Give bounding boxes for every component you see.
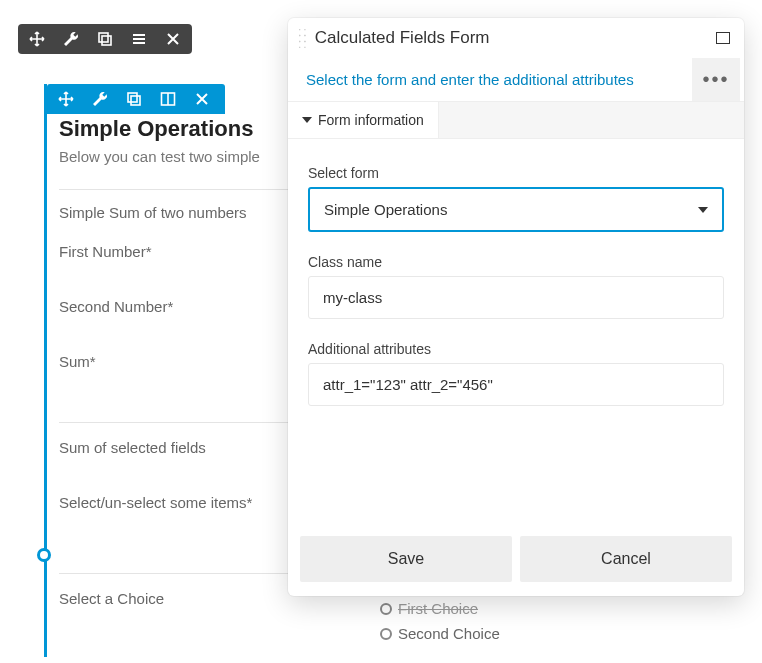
svg-rect-0 — [99, 33, 108, 42]
columns-icon[interactable] — [159, 90, 177, 108]
radio-label: Second Choice — [398, 625, 500, 642]
select-form-label: Select form — [308, 165, 724, 181]
svg-rect-3 — [131, 96, 140, 105]
select-value: Simple Operations — [324, 201, 447, 218]
inner-block-toolbar — [47, 84, 225, 114]
copy-icon[interactable] — [96, 30, 114, 48]
class-name-label: Class name — [308, 254, 724, 270]
tab-form-information[interactable]: Form information — [288, 102, 439, 138]
cancel-button[interactable]: Cancel — [520, 536, 732, 582]
chevron-down-icon — [698, 207, 708, 213]
radio-choices: First Choice Second Choice — [380, 600, 500, 650]
maximize-icon[interactable] — [716, 32, 730, 44]
select-form-dropdown[interactable]: Simple Operations — [308, 187, 724, 232]
panel-header[interactable]: :::::: Calculated Fields Form — [288, 18, 744, 58]
radio-icon — [380, 628, 392, 640]
svg-rect-2 — [128, 93, 137, 102]
more-options-button[interactable]: ••• — [692, 58, 740, 101]
move-icon[interactable] — [57, 90, 75, 108]
wrench-icon[interactable] — [62, 30, 80, 48]
connector-dot[interactable] — [37, 548, 51, 562]
chevron-down-icon — [302, 117, 312, 123]
svg-rect-1 — [102, 36, 111, 45]
move-icon[interactable] — [28, 30, 46, 48]
wrench-icon[interactable] — [91, 90, 109, 108]
radio-option[interactable]: Second Choice — [380, 625, 500, 642]
radio-option[interactable]: First Choice — [380, 600, 500, 617]
panel-tabs: Form information — [288, 101, 744, 139]
panel-buttons: Save Cancel — [288, 528, 744, 596]
panel-body: Select form Simple Operations Class name… — [288, 139, 744, 528]
additional-attributes-label: Additional attributes — [308, 341, 724, 357]
panel-hint: Select the form and enter the additional… — [292, 59, 688, 100]
close-icon[interactable] — [193, 90, 211, 108]
menu-icon[interactable] — [130, 30, 148, 48]
close-icon[interactable] — [164, 30, 182, 48]
class-name-input[interactable] — [308, 276, 724, 319]
settings-panel: :::::: Calculated Fields Form Select the… — [288, 18, 744, 596]
radio-label: First Choice — [398, 600, 478, 617]
additional-attributes-input[interactable] — [308, 363, 724, 406]
save-button[interactable]: Save — [300, 536, 512, 582]
drag-grip-icon[interactable]: :::::: — [298, 29, 309, 47]
copy-icon[interactable] — [125, 90, 143, 108]
panel-title: Calculated Fields Form — [315, 28, 716, 48]
panel-hint-bar: Select the form and enter the additional… — [288, 58, 744, 101]
radio-icon — [380, 603, 392, 615]
outer-block-toolbar — [18, 24, 192, 54]
tab-label: Form information — [318, 112, 424, 128]
